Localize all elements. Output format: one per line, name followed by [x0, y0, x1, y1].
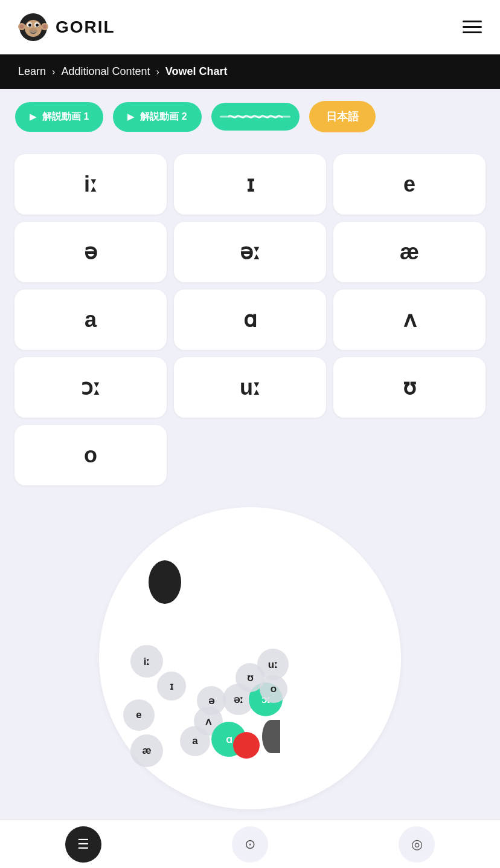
- video2-button[interactable]: ▶ 解説動画 2: [113, 102, 201, 132]
- vowel-card-o[interactable]: o: [14, 425, 167, 485]
- diagram-red-dot[interactable]: [233, 732, 260, 759]
- vowel-card-aa[interactable]: ɑ: [174, 290, 326, 350]
- bottom-navigation: ☰ ⊙ ◎: [0, 820, 500, 868]
- nav-item-1[interactable]: ☰: [65, 826, 101, 863]
- vowel-card-schwa[interactable]: ə: [14, 222, 167, 282]
- svg-point-12: [43, 24, 47, 28]
- vowel-diagram-section: iː ɪ e ə əː æ a ʌ ɑ ɔː uː ʊ o: [0, 495, 500, 828]
- vowel-diagram-circle: iː ɪ e ə əː æ a ʌ ɑ ɔː uː ʊ o: [99, 507, 401, 809]
- vowel-card-a[interactable]: a: [14, 290, 167, 350]
- play-icon-2: ▶: [127, 112, 134, 121]
- nav-item-3[interactable]: ◎: [399, 826, 435, 863]
- svg-point-8: [33, 30, 37, 33]
- breadcrumb-vowel-chart: Vowel Chart: [165, 65, 228, 78]
- action-buttons-row: ▶ 解説動画 1 ▶ 解説動画 2 日本語: [0, 89, 500, 144]
- nav-icon-2: ⊙: [245, 837, 255, 852]
- menu-button[interactable]: [463, 21, 482, 33]
- nav-icon-3: ◎: [411, 837, 423, 852]
- logo-icon: [18, 12, 48, 42]
- logo-area: GORIL: [18, 12, 115, 42]
- svg-point-5: [36, 24, 39, 27]
- audio-button[interactable]: [211, 103, 300, 131]
- play-icon-1: ▶: [30, 112, 36, 121]
- audio-wave-icon: [228, 111, 283, 122]
- diagram-dark-shape: [262, 720, 280, 753]
- vowel-card-uu[interactable]: uː: [174, 357, 326, 418]
- nav-item-2[interactable]: ⊙: [232, 826, 268, 863]
- svg-point-4: [28, 24, 31, 27]
- diagram-ɪ[interactable]: ɪ: [157, 672, 186, 701]
- language-button[interactable]: 日本語: [309, 101, 376, 132]
- svg-point-7: [30, 30, 33, 33]
- video1-label: 解説動画 1: [42, 111, 89, 123]
- chevron-icon-1: ›: [52, 66, 55, 77]
- app-header: GORIL: [0, 0, 500, 54]
- vowel-card-e[interactable]: e: [333, 154, 486, 215]
- vowel-card-wedge[interactable]: ʌ: [333, 290, 486, 350]
- vowel-card-upsilon[interactable]: ʊ: [333, 357, 486, 418]
- video1-button[interactable]: ▶ 解説動画 1: [15, 102, 103, 132]
- breadcrumb-learn[interactable]: Learn: [18, 65, 46, 78]
- vowel-card-ae[interactable]: æ: [333, 222, 486, 282]
- nav-icon-1: ☰: [77, 837, 89, 852]
- chevron-icon-2: ›: [156, 66, 159, 77]
- vowel-card-i[interactable]: ɪ: [174, 154, 326, 215]
- diagram-ae[interactable]: æ: [130, 734, 163, 767]
- breadcrumb-additional-content[interactable]: Additional Content: [61, 65, 150, 78]
- vowel-card-schwa-long[interactable]: əː: [174, 222, 326, 282]
- diagram-e[interactable]: e: [123, 699, 155, 731]
- head-oval: [149, 560, 181, 604]
- vowel-card-ii[interactable]: iː: [14, 154, 167, 215]
- language-label: 日本語: [326, 111, 359, 123]
- logo-text: GORIL: [56, 18, 115, 37]
- breadcrumb: Learn › Additional Content › Vowel Chart: [0, 54, 500, 89]
- vowel-grid: iː ɪ e ə əː æ a ɑ ʌ ɔː uː ʊ o: [0, 144, 500, 495]
- vowel-card-open-o[interactable]: ɔː: [14, 357, 167, 418]
- svg-point-11: [20, 24, 24, 28]
- diagram-iː[interactable]: iː: [130, 645, 163, 678]
- video2-label: 解説動画 2: [140, 111, 187, 123]
- diagram-o[interactable]: o: [260, 675, 287, 703]
